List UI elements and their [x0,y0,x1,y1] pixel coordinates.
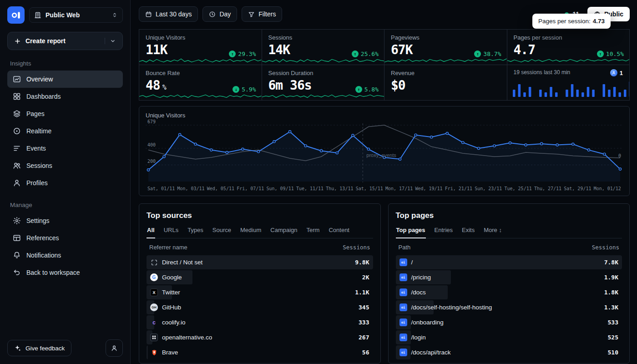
sidebar-item-events[interactable]: Events [7,140,123,157]
row-name: /docs/self-hosting/self-hosting [411,304,492,311]
tab-types[interactable]: Types [187,227,204,238]
tab-entries[interactable]: Entries [434,227,453,238]
metric-card-unique-visitors[interactable]: Unique Visitors 11K ↑29.3% [139,30,262,65]
metric-change-badge: ↑5.8% [355,86,379,93]
metric-change-badge: ↑25.6% [352,51,379,57]
openpanel-logo[interactable] [7,6,25,24]
line-chart[interactable]: proxy_events 2004006790 [146,121,623,185]
give-feedback-label: Give feedback [25,345,65,352]
table-row[interactable]: oi/login525 [396,330,622,344]
give-feedback-button[interactable]: Give feedback [7,340,71,356]
metric-sparkline [262,93,384,100]
create-report-label: Create report [25,37,66,45]
sidebar-item-label: Back to workspace [26,269,80,276]
tab-all[interactable]: All [147,227,155,238]
x-axis-tick: Fri, 07/11 [237,186,264,191]
row-name: / [411,259,413,266]
tab-medium[interactable]: Medium [240,227,262,238]
table-row[interactable]: openalternative.co267 [147,330,373,344]
chevron-down-icon[interactable] [105,38,116,44]
user-profile-button[interactable] [106,339,123,357]
metric-card-pages-per-session[interactable]: Pages per session 4.7 ↑10.5% [507,30,630,65]
sidebar-item-realtime[interactable]: Realtime [7,122,123,140]
row-value: 345 [359,304,369,311]
sidebar-item-label: Realtime [26,127,51,135]
brave-icon [150,349,158,356]
tab-top-pages[interactable]: Top pages [396,227,426,238]
table-row[interactable]: oi/7.8K [396,255,622,269]
sidebar-item-pages[interactable]: Pages [7,105,123,122]
table-row[interactable]: Brave56 [147,345,373,359]
x-axis-tick: Wed, 19/11 [415,186,442,191]
table-row[interactable]: XTwitter1.1K [147,285,373,299]
metric-card-bounce-rate[interactable]: Bounce Rate 48% ↓5.9% [139,65,262,101]
live-visitor-badge[interactable]: 1 [610,69,623,76]
sidebar-item-back-to-workspace[interactable]: Back to workspace [7,264,123,281]
table-row[interactable]: GGoogle2K [147,270,373,284]
sidebar-item-overview[interactable]: Overview [7,71,123,88]
sidebar-item-notifications[interactable]: Notifications [7,247,123,264]
table-row[interactable]: oi [396,360,622,364]
top-sources-tabs: AllURLsTypesSourceMediumCampaignTermCont… [147,227,373,238]
metric-card-pageviews[interactable]: Pageviews 67K ↑38.7% [384,30,507,65]
x-axis-tick: Thu, 27/11 [534,186,561,191]
tab-source[interactable]: Source [212,227,232,238]
live-sessions-card[interactable]: 19 sessions last 30 min 1 [507,65,630,101]
google-icon: G [150,273,158,281]
chart-title: Unique Visitors [146,112,623,119]
row-value: 533 [608,319,618,326]
metric-title: Unique Visitors [146,34,255,41]
row-value-bar [147,345,148,359]
direct-icon [150,258,158,266]
table-header: Referrer name Sessions [147,238,373,255]
metric-sparkline [384,57,507,65]
top-pages-title: Top pages [396,211,622,220]
row-value: 510 [608,349,618,356]
row-value: 267 [359,334,369,341]
sidebar-item-label: Pages [26,110,45,117]
table-row[interactable]: oi/pricing1.9K [396,270,622,284]
metric-card-session-duration[interactable]: Session Duration 6m 36s ↑5.8% [262,65,385,101]
table-row[interactable]: GHGitHub345 [147,300,373,314]
table-row[interactable] [147,360,373,364]
y-axis-label: 200 [147,159,156,164]
sidebar-item-references[interactable]: References [7,229,123,247]
table-row[interactable]: ccoolify.io333 [147,315,373,329]
metric-card-revenue[interactable]: Revenue $0 [384,65,507,101]
row-value: 9.8K [355,259,369,266]
tooltip-value: 4.73 [593,18,605,25]
sidebar-item-label: Overview [26,76,53,83]
tab-content[interactable]: Content [328,227,350,238]
granularity-button[interactable]: Day [202,6,237,22]
table-row[interactable]: oi/docs1.8K [396,285,622,299]
table-row[interactable]: oi/onboarding533 [396,315,622,329]
tab-more[interactable]: More ↕ [483,227,502,238]
tab-term[interactable]: Term [306,227,320,238]
user-icon [111,344,118,352]
workspace-selector[interactable]: Public Web [29,7,123,23]
sessions-icon [13,162,21,170]
x-axis-tick: Tue, 25/11 [505,186,532,191]
x-axis-tick: Sat, 15/11 [356,186,383,191]
row-name: openalternative.co [162,334,212,341]
sidebar-item-settings[interactable]: Settings [7,212,123,229]
trend-arrow-icon: ↓ [233,86,239,93]
tab-urls[interactable]: URLs [163,227,179,238]
filters-button[interactable]: Filters [242,6,282,22]
date-range-button[interactable]: Last 30 days [139,6,198,22]
row-value: 7.8K [604,259,618,266]
create-report-button[interactable]: Create report [7,32,123,50]
tab-campaign[interactable]: Campaign [270,227,298,238]
sidebar-item-profiles[interactable]: Profiles [7,174,123,192]
trend-arrow-icon: ↑ [597,51,604,57]
tab-exits[interactable]: Exits [461,227,475,238]
x-axis-tick: Sat, 01/11 [147,186,175,191]
table-row[interactable]: oi/docs/self-hosting/self-hosting1.3K [396,300,622,314]
sidebar-item-sessions[interactable]: Sessions [7,157,123,174]
table-row[interactable]: oi/docs/api/track510 [396,345,622,359]
openpanel-favicon: oi [399,334,407,341]
sidebar-item-dashboards[interactable]: Dashboards [7,88,123,105]
table-row[interactable]: Direct / Not set9.8K [147,255,373,269]
sidebar-item-label: Sessions [26,162,52,169]
metric-card-sessions[interactable]: Sessions 14K ↑25.6% [262,30,385,65]
